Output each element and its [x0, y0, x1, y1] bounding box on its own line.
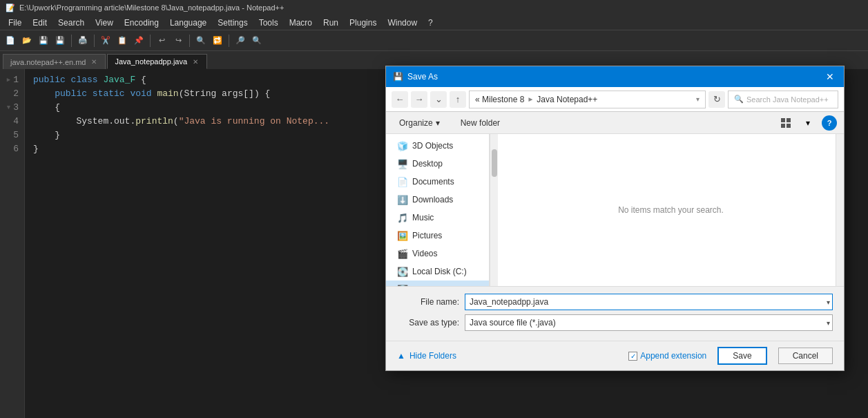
savetype-input-wrapper: Java source file (*.java) ▾: [465, 314, 833, 331]
address-bar[interactable]: « Milestone 8 ► Java Notepad++ ▾: [469, 91, 706, 108]
dialog-footer: ▲ Hide Folders ✓ Append extension Save C…: [386, 341, 844, 370]
new-folder-button[interactable]: New folder: [452, 115, 509, 131]
hide-folders-label: Hide Folders: [409, 351, 456, 361]
documents-icon: 📄: [397, 176, 408, 187]
help-button[interactable]: ?: [822, 115, 837, 131]
savetype-select[interactable]: Java source file (*.java): [465, 314, 833, 331]
save-button-dialog[interactable]: Save: [717, 347, 766, 365]
view-options-button[interactable]: ▾: [800, 115, 816, 131]
cancel-button-dialog[interactable]: Cancel: [778, 348, 833, 364]
svg-rect-2: [781, 124, 785, 128]
breadcrumb-sep: ►: [527, 95, 534, 103]
videos-icon: 🎬: [397, 248, 408, 259]
hide-folders-arrow: ▲: [397, 351, 405, 361]
svg-rect-0: [781, 118, 785, 122]
videos-label: Videos: [412, 249, 437, 258]
filename-input[interactable]: [465, 294, 833, 310]
local-disk-c-icon: 💽: [397, 266, 408, 277]
local-disk-c-label: Local Disk (C:): [412, 267, 467, 276]
desktop-label: Desktop: [412, 159, 443, 169]
new-folder-label: New folder: [461, 118, 500, 128]
documents-label: Documents: [412, 177, 454, 187]
refresh-button[interactable]: ↻: [708, 91, 725, 108]
pictures-icon: 🖼️: [397, 230, 408, 241]
downloads-label: Downloads: [412, 195, 453, 205]
savetype-row: Save as type: Java source file (*.java) …: [397, 314, 833, 331]
3d-objects-icon: 🧊: [397, 140, 408, 151]
savetype-label: Save as type:: [397, 318, 459, 327]
append-extension-label: Append extension: [640, 351, 706, 361]
filename-label: File name:: [397, 297, 459, 307]
up-button[interactable]: ↑: [450, 91, 466, 108]
back-button[interactable]: ←: [392, 91, 408, 108]
search-icon: 🔍: [734, 95, 744, 104]
hide-folders-btn[interactable]: ▲ Hide Folders: [397, 351, 456, 361]
svg-rect-3: [787, 124, 791, 128]
dialog-body: 🧊 3D Objects 🖥️ Desktop 📄 Documents ⬇️ D…: [386, 134, 844, 286]
nav-local-disk-c[interactable]: 💽 Local Disk (C:): [386, 263, 489, 281]
dialog-title-text: Save As: [407, 72, 438, 82]
left-panel: 🧊 3D Objects 🖥️ Desktop 📄 Documents ⬇️ D…: [386, 134, 490, 286]
nav-videos[interactable]: 🎬 Videos: [386, 245, 489, 263]
append-extension-checkbox-group[interactable]: ✓ Append extension: [628, 351, 706, 361]
dialog-overlay: 💾 Save As ✕ ← → ⌄ ↑ « Milestone 8 ► Java…: [0, 0, 868, 418]
dialog-title-bar: 💾 Save As ✕: [386, 66, 844, 87]
dialog-fields: File name: ▾ Save as type: Java source f…: [386, 286, 844, 341]
nav-downloads[interactable]: ⬇️ Downloads: [386, 191, 489, 209]
search-box[interactable]: 🔍 Search Java Notepad++: [728, 91, 838, 108]
dialog-title-left: 💾 Save As: [393, 72, 438, 82]
forward-button[interactable]: →: [411, 91, 427, 108]
dialog-close-button[interactable]: ✕: [823, 70, 837, 84]
music-icon: 🎵: [397, 212, 408, 223]
desktop-icon: 🖥️: [397, 158, 408, 169]
save-as-dialog: 💾 Save As ✕ ← → ⌄ ↑ « Milestone 8 ► Java…: [385, 66, 845, 371]
nav-pictures[interactable]: 🖼️ Pictures: [386, 227, 489, 245]
breadcrumb-part1: « Milestone 8: [475, 95, 524, 104]
address-dropdown-icon[interactable]: ▾: [696, 95, 700, 103]
music-label: Music: [412, 213, 434, 222]
append-extension-checkbox[interactable]: ✓: [628, 352, 637, 361]
nav-local-disk-e[interactable]: 💽 Local Disk (E:): [386, 281, 489, 286]
empty-message: No items match your search.: [618, 205, 724, 215]
footer-right: ✓ Append extension Save Cancel: [628, 347, 833, 365]
scrollbar-thumb[interactable]: [492, 149, 497, 177]
dialog-title-icon: 💾: [393, 72, 403, 82]
breadcrumb: « Milestone 8 ► Java Notepad++: [475, 95, 597, 104]
right-panel: No items match your search.: [498, 134, 844, 286]
breadcrumb-part2: Java Notepad++: [537, 95, 597, 104]
view-icon: [780, 117, 791, 129]
left-panel-scrollbar[interactable]: [490, 134, 498, 286]
svg-rect-1: [787, 118, 791, 122]
nav-3d-objects[interactable]: 🧊 3D Objects: [386, 137, 489, 155]
downloads-icon: ⬇️: [397, 194, 408, 205]
dialog-nav-bar: ← → ⌄ ↑ « Milestone 8 ► Java Notepad++ ▾…: [386, 87, 844, 112]
recent-button[interactable]: ⌄: [430, 91, 447, 108]
dialog-toolbar: Organize ▾ New folder ▾ ?: [386, 112, 844, 134]
filename-row: File name: ▾: [397, 294, 833, 310]
pictures-label: Pictures: [412, 231, 442, 240]
filename-input-wrapper: ▾: [465, 294, 833, 310]
organize-arrow-icon: ▾: [436, 118, 440, 128]
nav-documents[interactable]: 📄 Documents: [386, 173, 489, 191]
organize-button[interactable]: Organize ▾: [393, 115, 446, 131]
organize-label: Organize: [399, 118, 433, 128]
search-placeholder: Search Java Notepad++: [746, 95, 829, 104]
nav-desktop[interactable]: 🖥️ Desktop: [386, 155, 489, 173]
right-panel-scrollbar[interactable]: [836, 134, 844, 286]
view-button[interactable]: [778, 115, 794, 131]
nav-music[interactable]: 🎵 Music: [386, 209, 489, 227]
3d-objects-label: 3D Objects: [412, 141, 453, 151]
